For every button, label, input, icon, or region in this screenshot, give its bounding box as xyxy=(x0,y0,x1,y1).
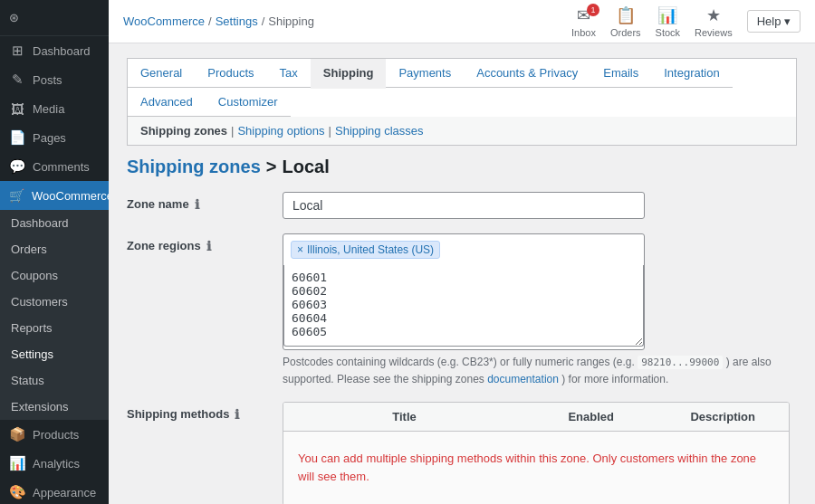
sidebar-item-pages[interactable]: 📄 Pages xyxy=(0,123,109,152)
tab-tax[interactable]: Tax xyxy=(267,59,311,88)
shipping-subnav: Shipping zones | Shipping options | Ship… xyxy=(127,117,797,146)
page-title-link[interactable]: Shipping zones xyxy=(127,157,261,177)
tab-shipping[interactable]: Shipping xyxy=(311,59,387,89)
sidebar-item-posts[interactable]: ✎ Posts xyxy=(0,65,109,94)
orders-topbar-label: Orders xyxy=(610,27,641,38)
analytics-label: Analytics xyxy=(33,457,80,471)
orders-topbar-icon: 📋 xyxy=(616,5,636,25)
region-tag-label: Illinois, United States (US) xyxy=(307,243,434,256)
zone-name-input[interactable] xyxy=(283,192,645,219)
extensions-label: Extensions xyxy=(11,400,69,414)
breadcrumb-sep2: / xyxy=(262,14,265,28)
breadcrumb-current: Shipping xyxy=(268,14,314,28)
breadcrumb-sep1: / xyxy=(208,14,212,28)
tab-general[interactable]: General xyxy=(128,59,195,88)
customers-label: Customers xyxy=(11,295,68,309)
appearance-label: Appearance xyxy=(33,486,96,499)
sidebar-logo: ⊛ xyxy=(0,0,109,36)
methods-thead: Title Enabled Description xyxy=(283,403,789,432)
coupons-label: Coupons xyxy=(11,269,58,282)
inbox-label: Inbox xyxy=(571,27,596,38)
stock-label: Stock xyxy=(656,27,681,38)
pages-icon: 📄 xyxy=(9,129,25,146)
sidebar-item-analytics[interactable]: 📊 Analytics xyxy=(0,449,109,478)
zone-regions-label: Zone regions ℹ xyxy=(127,233,272,253)
top-bar: WooCommerce / Settings / Shipping ✉ 1 In… xyxy=(109,0,815,43)
page-title-sep: > xyxy=(266,157,277,177)
sidebar-item-orders[interactable]: Orders xyxy=(0,236,109,262)
tab-advanced[interactable]: Advanced xyxy=(128,88,206,117)
woocommerce-icon: 🛒 xyxy=(9,188,24,203)
sidebar-item-reports[interactable]: Reports xyxy=(0,315,109,341)
page-title-row: Shipping zones > Local xyxy=(127,157,797,177)
inbox-badge: 1 xyxy=(587,4,599,16)
tab-payments[interactable]: Payments xyxy=(386,59,464,88)
settings-tabs: General Products Tax Shipping Payments A… xyxy=(127,58,797,117)
sidebar-item-coupons[interactable]: Coupons xyxy=(0,262,109,289)
sidebar-item-extensions[interactable]: Extensions xyxy=(0,394,109,420)
region-tag-remove[interactable]: × xyxy=(297,243,303,256)
zone-regions-info-icon[interactable]: ℹ xyxy=(206,239,211,253)
orders-icon-button[interactable]: 📋 Orders xyxy=(610,5,641,38)
shipping-methods-row: Shipping methods ℹ Title Enabled Descrip… xyxy=(127,402,797,505)
shipping-methods-info-icon[interactable]: ℹ xyxy=(235,407,239,422)
breadcrumb-woocommerce[interactable]: WooCommerce xyxy=(123,14,205,28)
tab-emails[interactable]: Emails xyxy=(590,59,651,88)
shipping-methods-label: Shipping methods ℹ xyxy=(127,402,272,422)
region-select-wrap[interactable]: × Illinois, United States (US) xyxy=(283,233,645,350)
sidebar-item-label: Media xyxy=(33,102,64,116)
comments-icon: 💬 xyxy=(9,158,25,175)
tab-accounts-privacy[interactable]: Accounts & Privacy xyxy=(464,59,590,88)
sidebar-item-products[interactable]: 📦 Products xyxy=(0,420,109,449)
zone-name-info-icon[interactable]: ℹ xyxy=(195,197,199,212)
stock-icon-button[interactable]: 📊 Stock xyxy=(656,5,681,38)
postcode-hint: Postcodes containing wildcards (e.g. CB2… xyxy=(283,354,797,387)
subnav-sep2: | xyxy=(329,124,331,138)
page-title: Local xyxy=(282,157,329,177)
products-label: Products xyxy=(33,428,79,442)
methods-th-description: Description xyxy=(657,403,790,431)
reviews-icon-button[interactable]: ★ Reviews xyxy=(695,5,733,38)
sidebar-item-label: Comments xyxy=(33,160,90,174)
sidebar-item-woo-dashboard[interactable]: Dashboard xyxy=(0,210,109,236)
posts-icon: ✎ xyxy=(9,71,25,88)
inbox-icon-button[interactable]: ✉ 1 Inbox xyxy=(571,5,596,38)
main-content: WooCommerce / Settings / Shipping ✉ 1 In… xyxy=(109,0,815,504)
methods-th-title: Title xyxy=(283,403,525,431)
sidebar-item-label: Pages xyxy=(33,131,66,145)
subnav-shipping-options[interactable]: Shipping options xyxy=(237,124,324,138)
tab-customizer[interactable]: Customizer xyxy=(206,88,291,117)
postcode-doc-link[interactable]: documentation xyxy=(487,373,559,385)
sidebar-item-comments[interactable]: 💬 Comments xyxy=(0,152,109,181)
methods-th-enabled: Enabled xyxy=(525,403,657,431)
subnav-shipping-zones[interactable]: Shipping zones xyxy=(140,124,227,138)
breadcrumb-settings[interactable]: Settings xyxy=(216,14,258,28)
woocommerce-menu-header[interactable]: 🛒 WooCommerce xyxy=(0,181,109,210)
postcode-textarea[interactable] xyxy=(283,265,644,347)
sidebar-item-media[interactable]: 🖼 Media xyxy=(0,94,109,123)
methods-empty: You can add multiple shipping methods wi… xyxy=(283,432,789,505)
wp-icon: ⊛ xyxy=(9,11,19,24)
sidebar-item-settings[interactable]: Settings xyxy=(0,341,109,367)
reviews-icon: ★ xyxy=(706,5,721,25)
help-button[interactable]: Help ▾ xyxy=(747,10,801,33)
sidebar-item-appearance[interactable]: 🎨 Appearance xyxy=(0,478,109,504)
products-icon: 📦 xyxy=(9,426,25,442)
methods-table: Title Enabled Description You can add mu… xyxy=(283,402,790,505)
zone-name-field xyxy=(283,192,797,219)
breadcrumb: WooCommerce / Settings / Shipping xyxy=(123,14,314,28)
region-tags: × Illinois, United States (US) xyxy=(283,234,644,265)
sidebar-item-dashboard[interactable]: ⊞ Dashboard xyxy=(0,36,109,65)
tab-products[interactable]: Products xyxy=(195,59,266,88)
reports-label: Reports xyxy=(11,321,53,335)
sidebar-item-customers[interactable]: Customers xyxy=(0,289,109,315)
media-icon: 🖼 xyxy=(9,100,25,117)
sidebar-item-label: Posts xyxy=(33,73,62,87)
appearance-icon: 🎨 xyxy=(9,484,25,500)
zone-regions-field: × Illinois, United States (US) Postcodes… xyxy=(283,233,797,387)
tab-integration[interactable]: Integration xyxy=(651,59,732,88)
dashboard-icon: ⊞ xyxy=(9,43,25,59)
sidebar-item-status[interactable]: Status xyxy=(0,367,109,394)
subnav-shipping-classes[interactable]: Shipping classes xyxy=(335,124,424,138)
status-label: Status xyxy=(11,374,44,387)
